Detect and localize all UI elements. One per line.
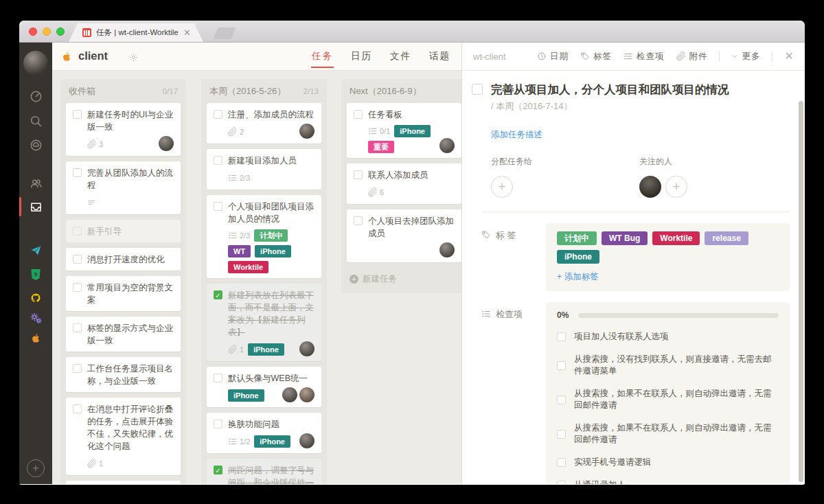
card-checkbox[interactable] [73,227,82,236]
task-card[interactable]: 消息打开速度的优化 [66,248,181,271]
toolbar-paperclip-button[interactable]: 附件 [676,51,708,62]
task-card[interactable]: 标签的显示方式与企业版一致 [66,317,181,352]
card-checkbox[interactable] [73,364,82,373]
assignee-avatar[interactable] [299,124,314,139]
task-card[interactable]: 新手引导 [66,220,181,242]
close-window-button[interactable] [29,27,37,36]
task-card[interactable]: 换肤功能问题1/2iPhone [207,413,321,453]
card-checkbox[interactable] [354,110,363,119]
card-checkbox[interactable] [73,255,82,264]
sidebar-item-project-plane[interactable] [19,239,52,262]
assignee-avatar[interactable] [299,387,314,402]
browser-tab[interactable]: 任务 | wt-client-Worktile ✕ [69,23,203,42]
task-tag[interactable]: Worktile [652,231,700,245]
task-card[interactable]: ✓间距问题，调整字号与间距，和企业版保持一致4 [207,459,321,484]
checklist-item-checkbox[interactable] [557,332,566,341]
close-panel-icon[interactable]: ✕ [785,51,794,62]
add-tag-link[interactable]: + 添加标签 [557,271,779,283]
add-watcher-button[interactable]: + [665,176,687,198]
sidebar-item-messages[interactable] [19,133,52,157]
add-description-link[interactable]: 添加任务描述 [491,129,790,141]
checklist-item-checkbox[interactable] [557,361,566,370]
add-task-button[interactable]: +新建任务 [341,268,461,292]
task-card[interactable]: 联系人添加成员6 [347,163,461,204]
task-card[interactable]: 日程设置时间的优化 [66,481,181,484]
card-checkbox[interactable] [214,156,222,165]
task-card[interactable]: 个人项目去掉团队添加成员 [347,209,461,262]
add-project-button[interactable]: + [27,459,45,477]
card-checkbox[interactable] [73,168,82,177]
toolbar-clock-button[interactable]: 日期 [537,51,569,62]
card-tag[interactable]: 重要 [368,141,394,153]
task-card[interactable]: 常用项目为空的背景文案 [66,276,181,311]
task-card[interactable]: 默认头像与WEB统一iPhone [207,367,321,407]
card-checkbox[interactable]: ✓ [214,466,222,474]
toolbar-checklist-button[interactable]: 检查项 [623,51,665,62]
task-card[interactable]: ✓新建列表放在列表最下面，而不是最上面，文案改为【新建任务列表】1iPhone [207,284,321,361]
minimize-window-button[interactable] [43,27,51,36]
zoom-window-button[interactable] [56,27,65,36]
card-checkbox[interactable]: ✓ [214,290,222,299]
assignee-avatar[interactable] [439,138,455,153]
card-checkbox[interactable] [214,420,222,428]
card-checkbox[interactable] [354,170,363,179]
card-tag[interactable]: iPhone [248,343,284,356]
tab-文件[interactable]: 文件 [390,43,411,70]
card-checkbox[interactable] [214,110,222,119]
task-tag[interactable]: 计划中 [557,231,597,245]
assignee-avatar[interactable] [159,136,174,151]
sidebar-item-search[interactable] [19,109,52,133]
tab-话题[interactable]: 话题 [429,43,450,70]
sidebar-item-dashboard[interactable] [19,84,52,108]
task-card[interactable]: 工作台任务显示项目名称，与企业版一致 [66,357,181,392]
assignee-avatar[interactable] [299,433,314,448]
task-card[interactable]: 完善从团队添加人的流程 [66,161,181,214]
card-tag[interactable]: iPhone [254,435,290,448]
card-checkbox[interactable] [73,110,82,119]
task-card[interactable]: 新建任务时的UI与企业版一致3 [66,103,181,156]
card-checkbox[interactable] [354,216,363,225]
card-tag[interactable]: Worktile [228,261,268,273]
card-checkbox[interactable] [214,202,222,211]
tab-任务[interactable]: 任务 [312,43,333,70]
task-tag[interactable]: iPhone [557,250,599,264]
card-tag[interactable]: iPhone [255,245,291,257]
card-checkbox[interactable] [214,374,222,382]
task-card[interactable]: 任务看板0/1iPhone重要 [347,103,461,158]
task-card[interactable]: 新建项目添加人员2/3 [207,149,321,190]
user-avatar[interactable] [23,51,48,76]
new-tab-button[interactable] [213,27,236,39]
toolbar-tag-button[interactable]: 标签 [580,51,612,62]
assignee-avatar[interactable] [439,242,455,257]
watcher-avatar[interactable] [639,176,661,198]
task-title[interactable]: 完善从项目加人，分个人项目和团队项目的情况 [491,81,790,98]
more-button[interactable]: 更多 [731,51,761,62]
task-checkbox[interactable] [472,84,483,95]
task-card[interactable]: 在消息中打开评论折叠的任务，点击展开体验不佳，又失败纪律，优化这个问题1 [66,398,181,475]
checklist-item-checkbox[interactable] [557,396,566,404]
assignee-avatar[interactable] [299,341,314,356]
card-checkbox[interactable] [73,323,82,332]
checklist-item-checkbox[interactable] [557,430,566,439]
tab-日历[interactable]: 日历 [351,43,372,70]
add-assignee-button[interactable]: + [491,176,513,198]
assignee-avatar[interactable] [282,387,297,402]
checklist-item-checkbox[interactable] [557,481,566,484]
card-checkbox[interactable] [73,283,82,292]
card-tag[interactable]: iPhone [228,389,264,402]
checklist-item-checkbox[interactable] [557,458,566,467]
task-tag[interactable]: release [705,231,748,245]
project-settings-gear-icon[interactable] [129,52,138,65]
panel-scrollbar-thumb[interactable] [799,101,803,482]
card-checkbox[interactable] [73,404,82,413]
task-tag[interactable]: WT Bug [602,231,648,245]
sidebar-item-project-html5[interactable]: 5 [19,263,52,286]
tab-close-icon[interactable]: ✕ [183,28,191,37]
card-tag[interactable]: iPhone [394,125,431,137]
task-card[interactable]: 注册、添加成员的流程2 [207,103,321,144]
card-tag[interactable]: WT [228,245,251,257]
sidebar-item-project-apple[interactable] [19,326,52,350]
sidebar-item-inbox[interactable] [19,195,52,218]
sidebar-item-contacts[interactable] [19,172,52,195]
card-tag[interactable]: 计划中 [254,229,288,242]
